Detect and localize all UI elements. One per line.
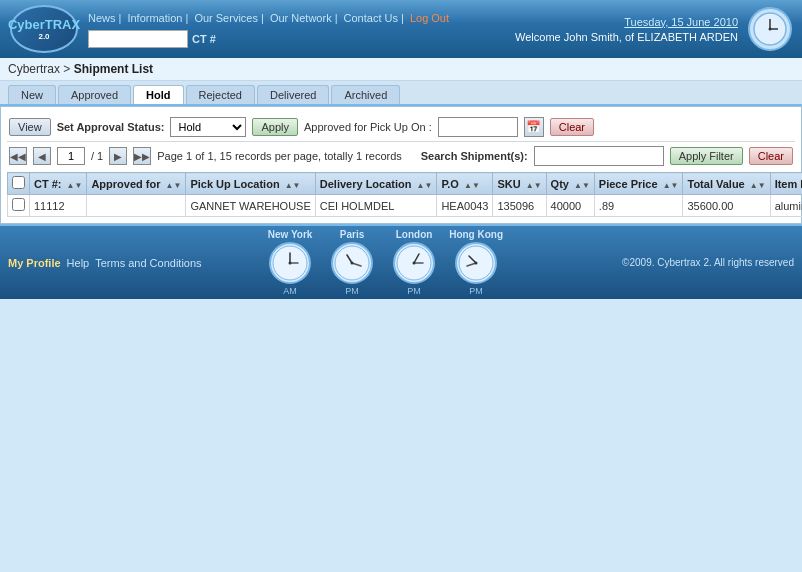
next-page-button[interactable]: ▶: [109, 147, 127, 165]
clock-face-paris: [331, 242, 373, 284]
header-right: Tuesday, 15 June 2010 Welcome John Smith…: [515, 16, 738, 43]
apply-button[interactable]: Apply: [252, 118, 298, 136]
col-qty: Qty ▲▼: [546, 173, 594, 195]
row-ct: 11112: [30, 195, 87, 217]
row-total-value: 35600.00: [683, 195, 770, 217]
footer-combined: My Profile Help Terms and Conditions New…: [0, 224, 802, 299]
my-profile-link[interactable]: My Profile: [8, 257, 61, 269]
row-item-d: aluminum: [770, 195, 802, 217]
breadcrumb: Cybertrax > Shipment List: [0, 58, 802, 81]
calendar-icon[interactable]: 📅: [524, 117, 544, 137]
copyright: ©2009. Cybertrax 2. All rights reserved: [622, 257, 794, 268]
nav-information[interactable]: Information: [127, 12, 182, 24]
clear-button[interactable]: Clear: [550, 118, 594, 136]
set-approval-label: Set Approval Status:: [57, 121, 165, 133]
page-title: Shipment List: [74, 62, 153, 76]
tab-archived[interactable]: Archived: [331, 85, 400, 104]
nav-contact[interactable]: Contact Us: [344, 12, 398, 24]
col-pickup: Pick Up Location ▲▼: [186, 173, 315, 195]
search-label: Search Shipment(s):: [421, 150, 528, 162]
row-checkbox[interactable]: [12, 198, 25, 211]
header-date: Tuesday, 15 June 2010: [515, 16, 738, 28]
tab-hold[interactable]: Hold: [133, 85, 183, 104]
table-row: 11112 GANNET WAREHOUSE CEI HOLMDEL HEA00…: [8, 195, 803, 217]
clock-face-hong-kong: [455, 242, 497, 284]
select-all-checkbox[interactable]: [12, 176, 25, 189]
tab-approved[interactable]: Approved: [58, 85, 131, 104]
first-page-button[interactable]: ◀◀: [9, 147, 27, 165]
svg-point-15: [413, 262, 416, 265]
status-select-wrap: New Approved Hold Rejected Delivered Arc…: [170, 117, 246, 137]
header-clock-icon: [748, 7, 792, 51]
clock-face-new-york: [269, 242, 311, 284]
col-checkbox: [8, 173, 30, 195]
ct-search: CT #: [88, 30, 515, 48]
help-link[interactable]: Help: [67, 257, 90, 269]
clear-filter-button[interactable]: Clear: [749, 147, 793, 165]
row-qty: 40000: [546, 195, 594, 217]
nav-network[interactable]: Our Network: [270, 12, 332, 24]
tab-new[interactable]: New: [8, 85, 56, 104]
row-checkbox-cell: [8, 195, 30, 217]
welcome-text: Welcome John Smith, of ELIZABETH ARDEN: [515, 31, 738, 43]
nav-services[interactable]: Our Services: [194, 12, 258, 24]
tab-rejected[interactable]: Rejected: [186, 85, 255, 104]
row-po: HEA0043: [437, 195, 493, 217]
breadcrumb-root: Cybertrax: [8, 62, 60, 76]
ct-input[interactable]: [88, 30, 188, 48]
page-input[interactable]: [57, 147, 85, 165]
terms-link[interactable]: Terms and Conditions: [95, 257, 201, 269]
logo: CyberTRAX 2.0: [10, 5, 78, 53]
svg-point-3: [769, 28, 772, 31]
toolbar-row1: View Set Approval Status: New Approved H…: [7, 113, 795, 141]
clock-london: London PM: [383, 229, 445, 296]
nav-links-area: News| Information| Our Services| Our Net…: [78, 10, 515, 48]
clock-paris: Paris PM: [321, 229, 383, 296]
svg-point-11: [351, 262, 354, 265]
logo-version: 2.0: [8, 32, 80, 41]
tabs-bar: New Approved Hold Rejected Delivered Arc…: [0, 81, 802, 106]
nav-top: News| Information| Our Services| Our Net…: [88, 10, 515, 26]
nav-news[interactable]: News: [88, 12, 116, 24]
col-total-value: Total Value ▲▼: [683, 173, 770, 195]
nav-logout[interactable]: Log Out: [410, 12, 449, 24]
row-delivery: CEI HOLMDEL: [315, 195, 437, 217]
table-header-row: CT #: ▲▼ Approved for ▲▼ Pick Up Locatio…: [8, 173, 803, 195]
apply-filter-button[interactable]: Apply Filter: [670, 147, 743, 165]
svg-point-19: [475, 262, 478, 265]
date-input[interactable]: [438, 117, 518, 137]
page-total: / 1: [91, 150, 103, 162]
breadcrumb-separator: >: [63, 62, 70, 76]
search-input[interactable]: [534, 146, 664, 166]
pagination-info: Page 1 of 1, 15 records per page, totall…: [157, 150, 402, 162]
col-sku: SKU ▲▼: [493, 173, 546, 195]
footer-links: My Profile Help Terms and Conditions: [8, 257, 202, 269]
status-select[interactable]: New Approved Hold Rejected Delivered Arc…: [170, 117, 246, 137]
ct-label: CT #: [192, 33, 216, 45]
col-piece-price: Piece Price ▲▼: [594, 173, 683, 195]
row-sku: 135096: [493, 195, 546, 217]
clock-new-york: New York AM: [259, 229, 321, 296]
clock-hong-kong: Hong Kong PM: [445, 229, 507, 296]
world-clocks: New York AM Paris: [259, 229, 507, 296]
last-page-button[interactable]: ▶▶: [133, 147, 151, 165]
row-approved-for: [87, 195, 186, 217]
col-item-d: Item D ▲▼: [770, 173, 802, 195]
shipment-table: CT #: ▲▼ Approved for ▲▼ Pick Up Locatio…: [7, 172, 802, 217]
content-area: View Set Approval Status: New Approved H…: [0, 106, 802, 224]
tab-delivered[interactable]: Delivered: [257, 85, 329, 104]
approved-for-label: Approved for Pick Up On :: [304, 121, 432, 133]
col-delivery: Delivery Location ▲▼: [315, 173, 437, 195]
prev-page-button[interactable]: ◀: [33, 147, 51, 165]
row-pickup: GANNET WAREHOUSE: [186, 195, 315, 217]
header: CyberTRAX 2.0 News| Information| Our Ser…: [0, 0, 802, 58]
col-ct: CT #: ▲▼: [30, 173, 87, 195]
view-button[interactable]: View: [9, 118, 51, 136]
clock-face-london: [393, 242, 435, 284]
logo-text: CyberTRAX: [8, 17, 80, 32]
col-approved-for: Approved for ▲▼: [87, 173, 186, 195]
svg-point-7: [289, 262, 292, 265]
toolbar-row2: ◀◀ ◀ / 1 ▶ ▶▶ Page 1 of 1, 15 records pe…: [7, 141, 795, 170]
row-piece-price: .89: [594, 195, 683, 217]
col-po: P.O ▲▼: [437, 173, 493, 195]
